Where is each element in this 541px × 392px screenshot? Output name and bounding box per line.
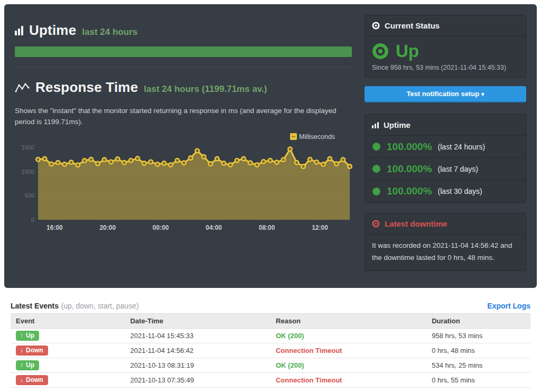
chart-data-point[interactable] [182,161,186,165]
chart-data-point[interactable] [149,160,153,164]
chart-data-point[interactable] [43,157,47,161]
event-duration: 0 hrs, 55 mins [426,373,530,388]
event-datetime: 2021-10-13 07:35:49 [125,373,270,388]
chart-data-point[interactable] [215,157,219,161]
uptime-seal-icon [372,164,381,173]
chart-data-point[interactable] [96,162,100,166]
chart-data-point[interactable] [155,162,160,166]
y-axis-tick-label: 1000 [22,169,34,175]
chart-data-point[interactable] [341,158,346,162]
chart-data-point[interactable] [195,149,200,153]
table-row: ↓Down2021-11-04 14:56:42Connection Timeo… [11,343,530,358]
latest-downtime-header: Latest downtime [365,213,526,235]
legend-label[interactable]: Milliseconds [299,133,335,141]
chart-data-point[interactable] [169,163,173,167]
uptime-stats-panel: Uptime 100.000%(last 24 hours)100.000%(l… [365,114,526,203]
chart-data-point[interactable] [162,161,166,165]
export-logs-link[interactable]: Export Logs [487,302,530,310]
bar-chart-icon [372,122,379,128]
chart-data-point[interactable] [328,157,332,161]
down-arrow-icon: ↓ [20,347,23,354]
chart-data-point[interactable] [275,161,279,165]
chart-data-point[interactable] [348,164,352,169]
chart-data-point[interactable] [136,156,140,161]
chart-data-point[interactable] [202,155,206,159]
chart-data-point[interactable] [262,160,266,164]
response-time-chart[interactable]: 05001000150016:0020:0000:0004:0008:0012:… [15,132,356,238]
chart-data-point[interactable] [228,163,232,167]
chart-data-point[interactable] [268,158,273,163]
uptime-24h-bar[interactable] [15,46,352,57]
chart-data-point[interactable] [62,162,67,166]
uptime-percentage: 100.000% [387,163,432,175]
status-text: Up [396,41,419,61]
chart-data-point[interactable] [282,158,286,162]
chart-data-point[interactable] [241,157,246,161]
current-status-panel: Current Status Up Since 958 hrs, 53 mins… [365,15,526,78]
event-datetime: 2021-11-04 14:56:42 [125,343,270,358]
chart-data-point[interactable] [209,162,213,166]
chart-data-point[interactable] [255,163,259,167]
y-axis-tick-label: 1500 [22,144,34,151]
chart-data-point[interactable] [295,161,299,165]
test-notification-label: Test notification setup [406,90,479,98]
dot-circle-icon [372,22,380,30]
chart-data-point[interactable] [248,161,253,165]
uptime-period-label: (last 7 days) [438,165,478,173]
chart-data-point[interactable] [122,161,126,165]
uptime-period-label: (last 24 hours) [438,143,485,151]
uptime-section-header: Uptime last 24 hours [15,22,137,39]
chart-data-point[interactable] [56,161,60,165]
x-axis-tick-label: 04:00 [206,224,222,231]
chart-data-point[interactable] [301,164,305,169]
caret-down-icon: ▾ [481,91,484,97]
x-axis-tick-label: 00:00 [153,224,169,231]
latest-downtime-title: Latest downtime [385,219,447,228]
chart-data-point[interactable] [102,158,107,162]
latest-downtime-panel: Latest downtime It was recorded on 2021-… [365,213,526,271]
latest-events-subtitle: (up, down, start, pause) [61,302,139,310]
events-table-header-row: Event Date-Time Reason Duration [11,314,530,329]
chart-data-point[interactable] [175,158,180,163]
response-time-range-label: last 24 hours (1199.71ms av.) [144,81,267,95]
chart-data-point[interactable] [76,163,80,167]
chart-data-point[interactable] [222,161,226,165]
event-datetime: 2021-10-13 08:31:19 [125,358,270,373]
event-datetime: 2021-11-04 15:45:33 [125,329,270,343]
chart-data-point[interactable] [321,162,325,166]
line-chart-icon [15,82,30,94]
status-since-text: Since 958 hrs, 53 mins (2021-11-04 15:45… [372,64,519,71]
chart-data-point[interactable] [36,157,40,162]
event-badge-down: ↓Down [16,375,48,385]
chart-data-point[interactable] [189,156,193,160]
chart-data-point[interactable] [308,157,312,162]
uptime-seal-icon [372,142,381,151]
chart-data-point[interactable] [89,157,94,162]
response-time-title: Response Time [35,79,138,96]
status-up-icon [372,43,389,60]
monitor-overview-panel: Uptime last 24 hours Response Time last … [4,4,537,288]
event-badge-up: ↑Up [16,331,39,341]
chart-data-point[interactable] [49,162,53,166]
chart-data-point[interactable] [314,160,319,164]
chart-data-point[interactable] [69,161,73,165]
x-axis-tick-label: 16:00 [46,224,63,231]
response-time-description: Shows the "instant" that the monitor sta… [15,106,353,128]
chart-data-point[interactable] [109,160,113,164]
up-arrow-icon: ↑ [20,332,23,339]
section-divider [15,67,352,68]
sidebar: Current Status Up Since 958 hrs, 53 mins… [365,15,526,271]
y-axis-tick-label: 0 [31,217,34,223]
bar-chart-icon [15,26,23,35]
chart-data-point[interactable] [334,162,339,166]
chart-data-point[interactable] [129,158,133,163]
chart-data-point[interactable] [235,158,239,163]
chart-data-point[interactable] [116,157,120,161]
column-header-reason: Reason [270,314,426,329]
chart-data-point[interactable] [142,161,146,165]
chart-data-point[interactable] [82,158,87,163]
test-notification-button[interactable]: Test notification setup▾ [365,86,526,102]
y-axis-tick-label: 500 [25,192,34,199]
event-reason: OK (200) [276,332,304,340]
chart-data-point[interactable] [288,147,292,151]
